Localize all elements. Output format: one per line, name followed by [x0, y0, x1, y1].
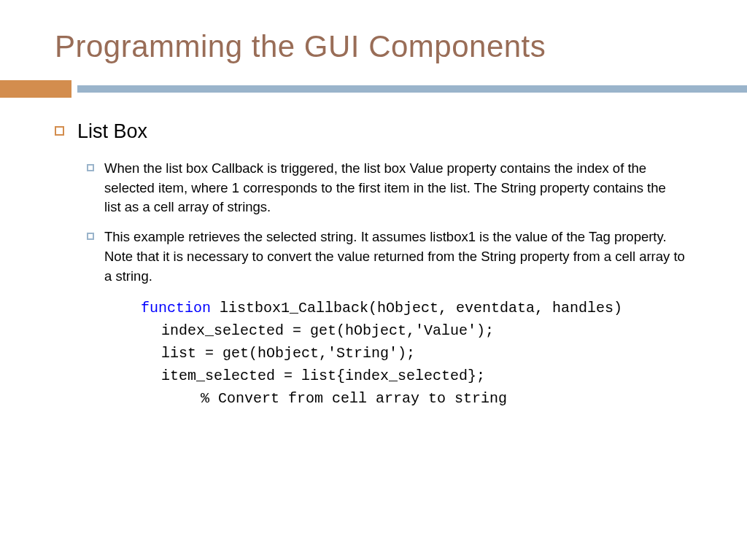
bullet-level1: List Box: [55, 120, 685, 144]
code-comment: % Convert from cell array to string: [141, 387, 685, 410]
square-bullet-icon: [55, 126, 64, 136]
code-line: function listbox1_Callback(hObject, even…: [141, 297, 685, 319]
section-heading: List Box: [77, 120, 147, 144]
bullet-level2: When the list box Callback is triggered,…: [87, 159, 685, 217]
square-bullet-icon: [87, 164, 94, 171]
divider-rule: [77, 85, 747, 93]
code-signature: listbox1_Callback(hObject, eventdata, ha…: [211, 300, 622, 316]
slide-title: Programming the GUI Components: [55, 29, 692, 64]
code-line: item_selected = list{index_selected};: [141, 365, 685, 387]
code-line: index_selected = get(hObject,'Value');: [141, 319, 685, 342]
content-area: List Box When the list box Callback is t…: [55, 120, 692, 410]
code-line: list = get(hObject,'String');: [141, 342, 685, 365]
square-bullet-icon: [87, 233, 94, 240]
divider-accent: [0, 80, 71, 98]
bullet-text: When the list box Callback is triggered,…: [104, 159, 685, 217]
bullet-text: This example retrieves the selected stri…: [104, 228, 685, 286]
divider-bar: [0, 80, 747, 98]
slide: Programming the GUI Components List Box …: [0, 0, 747, 439]
code-keyword: function: [141, 300, 211, 316]
code-block: function listbox1_Callback(hObject, even…: [141, 297, 685, 410]
bullet-level2: This example retrieves the selected stri…: [87, 228, 685, 286]
